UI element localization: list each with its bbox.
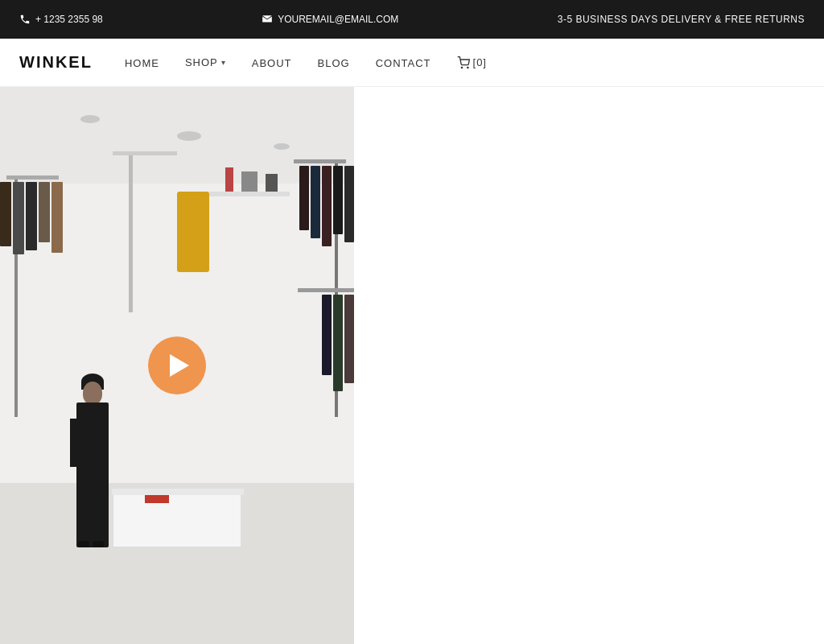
nav-link-cart[interactable]: [0]: [457, 56, 487, 69]
rgarment-1: [344, 166, 354, 242]
rgarment-4: [311, 166, 320, 238]
mid-rack-pole: [129, 151, 133, 312]
counter: [113, 491, 241, 547]
nav-link-contact[interactable]: CONTACT: [376, 57, 431, 69]
nav-item-about[interactable]: ABOUT: [252, 56, 292, 70]
nav-link-about[interactable]: ABOUT: [252, 57, 292, 69]
rgarment-low-1: [344, 295, 354, 383]
garment-5: [52, 182, 63, 253]
mid-rack-bar: [113, 151, 177, 155]
display-item-1: [225, 167, 233, 192]
garment-3: [26, 182, 37, 250]
display-item-2: [241, 171, 258, 192]
video-section: [0, 87, 354, 644]
nav-link-home[interactable]: HOME: [125, 57, 159, 69]
play-icon: [170, 354, 189, 377]
right-panel: [354, 87, 824, 644]
garment-4: [39, 182, 50, 242]
garment-1: [0, 182, 11, 246]
nav-item-contact[interactable]: CONTACT: [376, 56, 431, 70]
email-address: YOUREMAIL@EMAIL.COM: [278, 14, 398, 25]
person-arm-left: [70, 419, 76, 467]
rgarment-low-3: [322, 295, 332, 375]
rgarment-low-2: [333, 295, 343, 391]
shelf-1: [209, 192, 290, 196]
email-icon: [262, 14, 273, 25]
yellow-jacket: [177, 192, 209, 272]
person-figure: [68, 370, 117, 547]
nav-links: HOME SHOP ▾ ABOUT BLOG CONTACT [0]: [125, 56, 487, 70]
rgarment-2: [333, 166, 343, 234]
phone-icon: [19, 14, 31, 25]
cart-icon: [457, 56, 470, 69]
chevron-down-icon: ▾: [221, 58, 226, 67]
brand-logo[interactable]: WINKEL: [19, 53, 93, 72]
email-section: YOUREMAIL@EMAIL.COM: [262, 14, 398, 25]
red-item: [145, 495, 169, 503]
rgarment-3: [322, 166, 332, 246]
delivery-info: 3-5 BUSINESS DAYS DELIVERY & FREE RETURN…: [558, 14, 805, 25]
person-foot-left: [78, 541, 89, 547]
nav-item-shop[interactable]: SHOP ▾: [185, 56, 226, 68]
counter-top: [112, 489, 244, 495]
phone-section: + 1235 2355 98: [19, 14, 103, 25]
nav-link-blog[interactable]: BLOG: [318, 57, 350, 69]
svg-point-0: [461, 67, 462, 68]
garment-2: [13, 182, 24, 254]
ceiling-light-1: [177, 131, 201, 141]
right-rack: [282, 159, 354, 497]
nav-item-blog[interactable]: BLOG: [318, 56, 350, 70]
left-rack: [0, 175, 72, 481]
svg-point-1: [467, 67, 468, 68]
ceiling-light-3: [274, 143, 290, 150]
person-head: [83, 382, 102, 404]
navbar: WINKEL HOME SHOP ▾ ABOUT BLOG CONTACT: [0, 39, 824, 87]
play-button[interactable]: [148, 336, 206, 394]
nav-item-home[interactable]: HOME: [125, 56, 159, 70]
main-content: [0, 87, 824, 644]
top-bar: + 1235 2355 98 YOUREMAIL@EMAIL.COM 3-5 B…: [0, 0, 824, 39]
ceiling-light-2: [80, 115, 100, 123]
phone-number: + 1235 2355 98: [35, 14, 103, 25]
rgarment-5: [299, 166, 309, 230]
rack-bar-left: [6, 175, 59, 180]
lower-rack-bar: [298, 288, 354, 292]
person-body: [76, 402, 109, 547]
display-item-3: [266, 174, 278, 192]
nav-link-shop[interactable]: SHOP ▾: [185, 56, 226, 68]
nav-item-cart[interactable]: [0]: [457, 56, 487, 69]
rack-bar-right: [294, 159, 346, 163]
person-foot-right: [93, 541, 104, 547]
